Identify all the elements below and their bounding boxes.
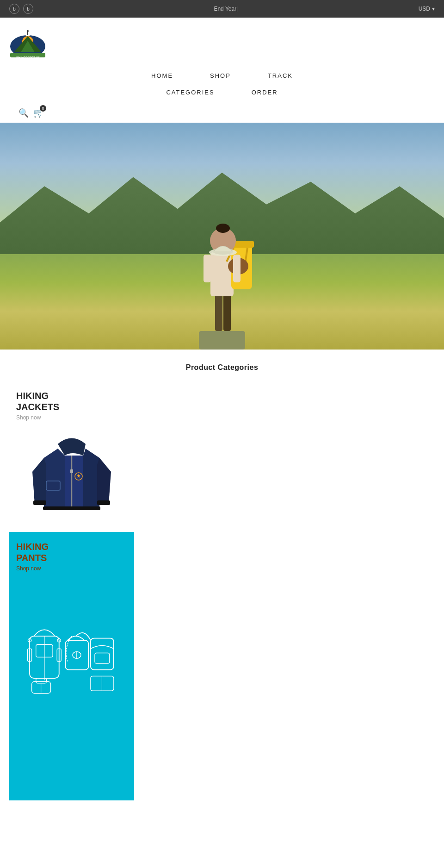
jackets-title: HIKING JACKETS: [16, 390, 127, 412]
svg-rect-47: [95, 653, 110, 663]
hero-section: [0, 123, 444, 350]
cart-icon-wrapper[interactable]: 🛒 0: [33, 108, 43, 118]
jacket-image: [16, 425, 127, 527]
nav-categories[interactable]: CATEGORIES: [148, 85, 233, 100]
jacket-svg: [30, 430, 113, 523]
nav-row-1: HOME SHOP TRACK: [9, 64, 435, 85]
nav-track[interactable]: TRACK: [249, 69, 311, 83]
svg-rect-30: [33, 500, 46, 505]
category-card-pants: HIKING PANTS Shop now: [9, 532, 134, 800]
svg-rect-46: [91, 638, 114, 670]
sale-banner: End Year|: [214, 6, 238, 12]
cart-badge: 0: [40, 105, 46, 112]
social-icons: b b: [9, 4, 33, 14]
social-icon-2[interactable]: b: [23, 4, 33, 14]
logo-area: HIKINGDEPOT US: [9, 22, 435, 64]
header: HIKINGDEPOT US HOME SHOP TRACK CATEGORIE…: [0, 18, 444, 123]
svg-rect-12: [210, 252, 234, 296]
nav-shop[interactable]: SHOP: [191, 69, 249, 83]
svg-rect-31: [97, 500, 110, 505]
social-icon-1[interactable]: b: [9, 4, 19, 14]
pants-title: HIKING PANTS: [16, 541, 127, 563]
currency-selector[interactable]: USD ▾: [419, 6, 435, 12]
svg-rect-11: [223, 294, 231, 331]
svg-rect-10: [215, 294, 222, 331]
section-title: Product Categories: [9, 363, 435, 372]
hero-background: [0, 123, 444, 350]
svg-rect-19: [233, 255, 240, 282]
search-icon[interactable]: 🔍: [18, 108, 29, 118]
category-card-jackets: HIKING JACKETS Shop now: [9, 383, 134, 532]
svg-point-21: [216, 224, 230, 233]
nav-home[interactable]: HOME: [133, 69, 191, 83]
bags-svg: [25, 613, 118, 697]
product-categories-section: Product Categories HIKING JACKETS Shop n…: [0, 350, 444, 810]
pants-image: [16, 599, 127, 711]
nav-order[interactable]: ORDER: [233, 85, 296, 100]
toolbar: 🔍 🛒 0: [9, 104, 435, 123]
svg-rect-26: [70, 469, 73, 473]
svg-rect-18: [204, 255, 211, 282]
svg-point-6: [27, 30, 29, 32]
pants-shop-link[interactable]: Shop now: [16, 565, 127, 572]
hiker-illustration: [171, 155, 273, 350]
jackets-shop-link[interactable]: Shop now: [16, 414, 127, 421]
svg-rect-44: [36, 678, 47, 683]
site-logo[interactable]: HIKINGDEPOT US: [9, 27, 46, 59]
svg-text:HIKINGDEPOT US: HIKINGDEPOT US: [16, 56, 40, 59]
svg-rect-24: [65, 456, 83, 509]
svg-rect-32: [43, 506, 100, 510]
top-bar: b b End Year| USD ▾: [0, 0, 444, 18]
svg-rect-9: [199, 331, 245, 350]
nav-row-2: CATEGORIES ORDER: [9, 85, 435, 104]
